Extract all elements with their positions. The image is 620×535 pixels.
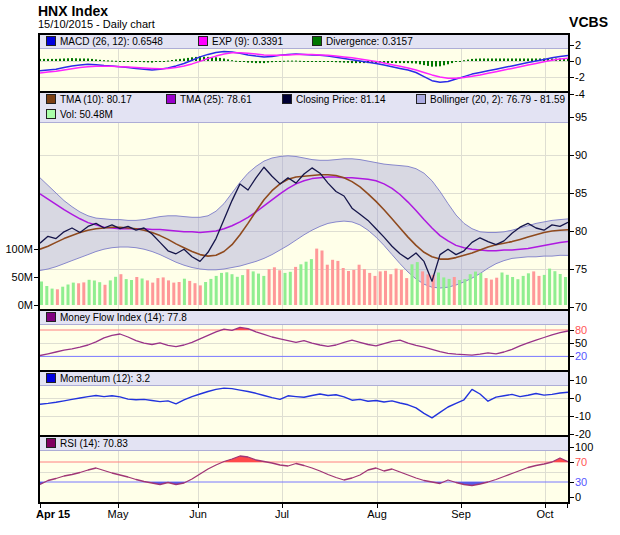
legend-label: Vol: 50.48M <box>60 109 113 120</box>
x-axis-label: Apr 15 <box>36 508 70 520</box>
axis-tick <box>34 305 38 306</box>
y-tick-label: 10 <box>575 374 587 386</box>
legend-label: Money Flow Index (14): 77.8 <box>60 312 187 323</box>
y-tick-label: 75 <box>575 263 587 275</box>
momentum-swatch-icon <box>46 373 56 383</box>
tma10-swatch-icon <box>46 94 56 104</box>
legend-label: MACD (26, 12): 0.6548 <box>60 36 163 47</box>
legend-label: RSI (14): 70.83 <box>60 438 128 449</box>
page-title: HNX Index <box>38 3 108 19</box>
y-tick-label: -20 <box>575 428 591 440</box>
axis-tick <box>570 307 574 308</box>
legend-label: Momentum (12): 3.2 <box>60 373 150 384</box>
volume-swatch-icon <box>46 109 56 119</box>
axis-tick <box>570 45 574 46</box>
axis-tick <box>570 380 574 381</box>
rsi-panel: RSI (14): 70.83 <box>38 435 570 504</box>
legend-item-exp: EXP (9): 0.3391 <box>198 36 283 47</box>
x-axis-label: Aug <box>367 508 387 520</box>
tma25-swatch-icon <box>166 94 176 104</box>
brand-logo: VCBS <box>569 14 608 30</box>
y-tick-label: -4 <box>575 88 585 100</box>
mfi-panel: Money Flow Index (14): 77.8 <box>38 309 570 372</box>
legend-item-volume: Vol: 50.48M <box>46 109 113 120</box>
axis-tick <box>570 462 574 463</box>
axis-tick <box>34 277 38 278</box>
y-tick-label: 95 <box>575 111 587 123</box>
mfi-swatch-icon <box>46 312 56 322</box>
y-tick-label: 20 <box>575 350 587 362</box>
macd-plot[interactable] <box>40 49 568 91</box>
mfi-plot[interactable] <box>40 325 568 370</box>
y-tick-label: 50M <box>0 271 33 283</box>
axis-tick <box>570 447 574 448</box>
bollinger-swatch-icon <box>416 94 426 104</box>
axis-tick <box>570 497 574 498</box>
rsi-swatch-icon <box>46 438 56 448</box>
axis-tick <box>570 61 574 62</box>
rsi-legend: RSI (14): 70.83 <box>40 437 568 451</box>
rsi-plot[interactable] <box>40 451 568 502</box>
axis-tick <box>570 193 574 194</box>
legend-label: Bollinger (20, 2): 76.79 - 81.59 <box>430 94 565 105</box>
y-tick-label: 0 <box>575 491 581 503</box>
axis-tick <box>570 398 574 399</box>
y-tick-label: 70 <box>575 301 587 313</box>
legend-item-rsi: RSI (14): 70.83 <box>46 438 128 449</box>
y-tick-label: 100M <box>0 243 33 255</box>
y-tick-label: 85 <box>575 187 587 199</box>
y-tick-label: 30 <box>575 476 587 488</box>
momentum-legend: Momentum (12): 3.2 <box>40 372 568 386</box>
axis-tick <box>570 434 574 435</box>
axis-tick <box>570 117 574 118</box>
legend-label: Closing Price: 81.14 <box>296 94 386 105</box>
legend-item-divergence: Divergence: 0.3157 <box>312 36 413 47</box>
y-tick-label: 100 <box>575 441 593 453</box>
axis-tick <box>570 343 574 344</box>
legend-item-bollinger: Bollinger (20, 2): 76.79 - 81.59 <box>416 94 565 105</box>
divergence-swatch-icon <box>312 36 322 46</box>
legend-item-close: Closing Price: 81.14 <box>282 94 386 105</box>
chart-page: HNX Index 15/10/2015 - Daily chart VCBS … <box>0 0 620 535</box>
axis-tick <box>570 416 574 417</box>
price-legend: TMA (10): 80.17 TMA (25): 78.61 Closing … <box>40 93 568 123</box>
macd-legend: MACD (26, 12): 0.6548 EXP (9): 0.3391 Di… <box>40 35 568 49</box>
y-tick-label: 50 <box>575 337 587 349</box>
momentum-plot[interactable] <box>40 386 568 435</box>
x-axis-label: Jun <box>189 508 207 520</box>
y-tick-label: 0 <box>575 55 581 67</box>
x-axis-label: Oct <box>536 508 553 520</box>
y-tick-label: 70 <box>575 456 587 468</box>
legend-label: EXP (9): 0.3391 <box>212 36 283 47</box>
axis-tick <box>570 482 574 483</box>
x-axis-label: Jul <box>275 508 289 520</box>
legend-label: TMA (10): 80.17 <box>60 94 132 105</box>
price-panel: TMA (10): 80.17 TMA (25): 78.61 Closing … <box>38 91 570 311</box>
macd-swatch-icon <box>46 36 56 46</box>
legend-item-momentum: Momentum (12): 3.2 <box>46 373 150 384</box>
y-tick-label: 90 <box>575 149 587 161</box>
y-tick-label: 0M <box>0 299 33 311</box>
x-axis-tick <box>567 504 568 508</box>
axis-tick <box>570 231 574 232</box>
y-tick-label: -2 <box>575 71 585 83</box>
axis-tick <box>570 330 574 331</box>
legend-label: TMA (25): 78.61 <box>180 94 252 105</box>
price-plot[interactable] <box>40 123 568 309</box>
y-tick-label: 80 <box>575 225 587 237</box>
y-tick-label: 2 <box>575 39 581 51</box>
y-tick-label: 0 <box>575 392 581 404</box>
legend-item-macd: MACD (26, 12): 0.6548 <box>46 36 163 47</box>
axis-tick <box>570 77 574 78</box>
legend-item-tma10: TMA (10): 80.17 <box>46 94 132 105</box>
legend-item-mfi: Money Flow Index (14): 77.8 <box>46 312 187 323</box>
y-tick-label: -10 <box>575 410 591 422</box>
axis-tick <box>570 356 574 357</box>
axis-tick <box>34 249 38 250</box>
axis-tick <box>570 155 574 156</box>
axis-tick <box>570 269 574 270</box>
x-axis-label: May <box>108 508 129 520</box>
y-tick-label: 80 <box>575 324 587 336</box>
x-axis-label: Sep <box>451 508 471 520</box>
close-swatch-icon <box>282 94 292 104</box>
